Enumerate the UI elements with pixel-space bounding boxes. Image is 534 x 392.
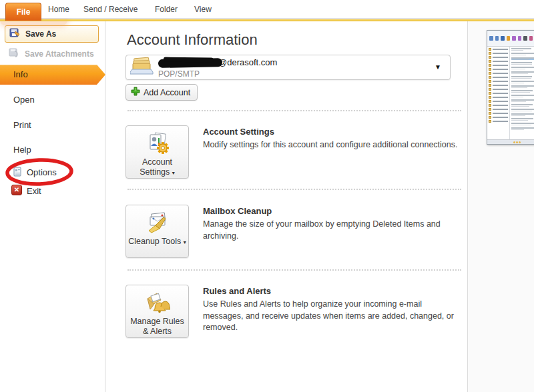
thumbnail-folder-row	[489, 104, 508, 107]
file-tab[interactable]: File	[5, 3, 41, 21]
thumbnail-message-row	[511, 123, 534, 125]
ribbon-tab-bar	[0, 0, 534, 19]
exit-icon: ✕	[11, 185, 22, 195]
thumbnail-folder-row	[489, 80, 508, 83]
thumbnail-ribbon-icon	[501, 36, 505, 41]
thumbnail-folder-row	[489, 84, 508, 87]
thumbnail-folder-row	[489, 48, 508, 51]
account-settings-text: Account Settings Modify settings for thi…	[203, 125, 463, 179]
thumbnail-message-row	[511, 95, 534, 97]
exit-label: Exit	[27, 186, 41, 197]
sidebar-item-exit[interactable]: ✕ Exit	[0, 185, 105, 198]
dropdown-arrow-icon[interactable]: ▼	[435, 63, 441, 71]
thumbnail-folder-row	[489, 56, 508, 59]
options-icon	[13, 167, 22, 179]
save-as-icon	[9, 27, 20, 41]
thumbnail-message-row	[511, 104, 534, 107]
sidebar-item-print[interactable]: Print	[0, 119, 105, 132]
account-settings-icon	[145, 131, 170, 156]
thumbnail-folder-row	[489, 68, 508, 71]
thumbnail-status-dot	[513, 141, 515, 143]
thumbnail-message-list	[510, 47, 534, 139]
manage-rules-alerts-button-label: Manage Rules & Alerts	[128, 317, 187, 337]
section-account-settings: Account Settings ▾ Account Settings Modi…	[125, 125, 463, 179]
thumbnail-ribbon	[487, 31, 534, 47]
sidebar-item-options[interactable]: Options	[0, 166, 105, 179]
gold-underline	[0, 19, 534, 21]
thumbnail-ribbon-icon	[512, 36, 516, 41]
thumbnail-folder-row	[489, 64, 508, 67]
thumbnail-ribbon-icon	[489, 36, 493, 41]
section-description: Manage the size of your mailbox by empty…	[203, 219, 463, 242]
mailbox-cleanup-text: Mailbox Cleanup Manage the size of your …	[203, 205, 463, 258]
thumbnail-body	[487, 47, 534, 139]
thumbnail-message-row	[511, 118, 534, 121]
thumbnail-message-row	[511, 62, 534, 65]
thumbnail-folder-row	[489, 52, 508, 55]
thumbnail-ribbon-icon	[523, 36, 527, 41]
account-email-domain: @derasoft.com	[218, 57, 277, 67]
redacted-email-scribble	[158, 58, 222, 68]
section-heading: Account Settings	[203, 127, 463, 137]
thumbnail-ribbon-icon	[507, 36, 511, 41]
account-settings-button-label: Account Settings ▾	[128, 157, 187, 178]
sidebar-item-help[interactable]: Help	[0, 143, 105, 157]
cleanup-tools-button[interactable]: Cleanup Tools ▾	[125, 205, 189, 258]
thumbnail-status-dot	[519, 141, 521, 143]
outlook-preview-thumbnail	[487, 30, 534, 145]
thumbnail-folder-row	[489, 108, 508, 111]
thumbnail-message-row	[511, 90, 534, 93]
thumbnail-folder-row	[489, 76, 508, 79]
thumbnail-message-row	[511, 109, 534, 111]
section-mailbox-cleanup: Cleanup Tools ▾ Mailbox Cleanup Manage t…	[125, 205, 463, 258]
account-identity: @derasoft.com POP/SMTP	[158, 56, 277, 79]
tab-home[interactable]: Home	[48, 5, 69, 14]
dropdown-arrow-icon: ▾	[172, 170, 175, 176]
dropdown-arrow-icon: ▾	[184, 239, 186, 245]
tab-send-receive[interactable]: Send / Receive	[83, 5, 138, 14]
thumbnail-message-row	[511, 76, 534, 79]
section-description: Use Rules and Alerts to help organize yo…	[203, 299, 463, 334]
thumbnail-folder-row	[489, 120, 508, 123]
thumbnail-folder-row	[489, 112, 508, 115]
thumbnail-message-row	[511, 57, 534, 60]
thumbnail-ribbon-icon	[518, 36, 522, 41]
thumbnail-message-row	[511, 53, 534, 55]
backstage-main-panel: Account Information @derasoft.com POP/SM…	[106, 21, 467, 392]
sidebar-item-save-as[interactable]: Save As	[5, 25, 99, 43]
tab-folder[interactable]: Folder	[155, 5, 178, 14]
manage-rules-alerts-button[interactable]: Manage Rules & Alerts	[125, 285, 189, 338]
thumbnail-folder-row	[489, 100, 508, 103]
save-attachments-icon	[9, 47, 19, 61]
contact-cards-icon	[130, 56, 154, 79]
page-title: Account Information	[127, 31, 258, 49]
dotted-separator	[127, 269, 461, 271]
options-label: Options	[27, 167, 57, 178]
thumbnail-message-row	[511, 48, 534, 51]
thumbnail-ribbon-icon	[529, 36, 533, 41]
sidebar-item-save-attachments[interactable]: Save Attachments	[9, 47, 94, 61]
save-as-label: Save As	[25, 29, 56, 39]
tab-view[interactable]: View	[194, 5, 212, 14]
thumbnail-status-dot	[516, 141, 518, 143]
account-selector-dropdown[interactable]: @derasoft.com POP/SMTP ▼	[125, 55, 451, 80]
thumbnail-message-row	[511, 113, 534, 116]
sidebar-item-info-selected[interactable]: Info	[0, 65, 105, 85]
section-rules-and-alerts: Manage Rules & Alerts Rules and Alerts U…	[125, 285, 463, 338]
thumbnail-folder-row	[489, 96, 508, 99]
thumbnail-message-row	[511, 67, 534, 69]
dotted-separator	[127, 110, 461, 111]
sidebar-item-open[interactable]: Open	[0, 93, 105, 107]
add-account-button[interactable]: Add Account	[125, 84, 198, 101]
section-heading: Mailbox Cleanup	[203, 206, 463, 216]
backstage-preview-panel	[467, 21, 534, 392]
dotted-separator	[127, 189, 461, 190]
account-settings-button[interactable]: Account Settings ▾	[125, 125, 189, 179]
thumbnail-message-row	[511, 81, 534, 83]
add-account-label: Add Account	[144, 88, 190, 97]
cleanup-tools-icon	[145, 210, 170, 235]
thumbnail-message-row	[511, 127, 534, 130]
add-plus-icon	[131, 87, 140, 99]
cleanup-tools-button-label: Cleanup Tools ▾	[128, 237, 187, 247]
thumbnail-folder-row	[489, 88, 508, 91]
